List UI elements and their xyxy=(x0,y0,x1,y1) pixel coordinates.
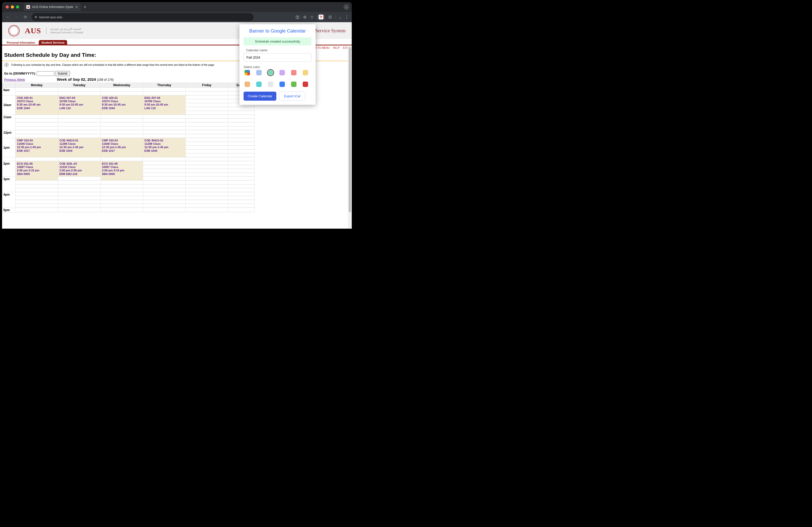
browser-titlebar: ◆ AUS Online Information Syste ✕ + ⌄ xyxy=(2,2,352,12)
info-icon: i xyxy=(4,62,9,67)
time-9am: 9am xyxy=(2,88,15,95)
time-5pm: 5pm xyxy=(2,208,15,213)
new-tab-button[interactable]: + xyxy=(84,5,86,9)
aus-subtext: الجامعة الأميركية في الشارقة American Un… xyxy=(46,27,83,34)
reload-icon[interactable]: ⟳ xyxy=(23,15,28,20)
create-calendar-button[interactable]: Create Calendar xyxy=(244,92,276,101)
time-2pm: 2pm xyxy=(2,161,15,177)
export-ical-button[interactable]: Export iCal xyxy=(279,92,305,101)
color-grid xyxy=(244,70,311,87)
day-header-row: Monday Tuesday Wednesday Thursday Friday… xyxy=(2,83,255,88)
window-maximize[interactable] xyxy=(16,5,19,9)
time-10am: 10am xyxy=(3,103,11,107)
time-4pm: 4pm xyxy=(2,192,15,208)
time-11am: 11am xyxy=(2,115,15,130)
event-coe420l-tue[interactable]: COE 420L-0311532 Class2:00 pm-2:50 pmERB… xyxy=(58,161,100,177)
tab-student-services[interactable]: Student Services xyxy=(39,40,67,45)
extension-popup: Banner to Google Calendar Schedule creat… xyxy=(240,24,316,105)
event-eco201-mon[interactable]: ECO 201-0610087 Class2:00 pm-3:15 pmSBA … xyxy=(15,161,58,181)
tab-favicon: ◆ xyxy=(26,5,30,9)
submit-button[interactable]: Submit xyxy=(55,71,70,76)
help-link[interactable]: HELP xyxy=(333,46,339,49)
aus-wordmark: AUS xyxy=(25,26,41,35)
color-swatch-8[interactable] xyxy=(268,81,273,87)
downloads-icon[interactable]: ↓ xyxy=(339,15,342,19)
event-coe49413-tue[interactable]: COE 49413-0111288 Class12:30 pm-1:45 pmE… xyxy=(58,138,100,157)
success-banner: Schedule created successfully xyxy=(244,37,311,45)
tab-title: AUS Online Information Syste xyxy=(32,5,73,9)
window-minimize[interactable] xyxy=(11,5,14,9)
aus-seal-logo xyxy=(8,25,20,36)
browser-tab[interactable]: ◆ AUS Online Information Syste ✕ xyxy=(24,3,81,11)
time-12pm: 12pm xyxy=(2,130,15,138)
event-cmp333-mon[interactable]: CMP 333-0311606 Class12:30 pm-1:45 pmESB… xyxy=(15,138,58,157)
color-swatch-9[interactable] xyxy=(279,81,285,87)
goto-date-input[interactable] xyxy=(37,71,54,76)
event-coe420-wed[interactable]: COE 420-0110372 Class9:30 am-10:45 amESB… xyxy=(100,95,143,115)
url-bar[interactable]: ⚙ banner.aus.edu xyxy=(31,13,253,21)
event-eng207-tue[interactable]: ENG 207-0410780 Class9:30 am-10:45 amLAN… xyxy=(58,95,100,115)
color-swatch-5[interactable] xyxy=(303,70,308,75)
calendar-name-input[interactable] xyxy=(244,53,311,62)
goto-label: Go to (DD/MM/YYYY): xyxy=(4,72,36,75)
bookmark-star-icon[interactable]: ☆ xyxy=(310,15,314,19)
color-swatch-7[interactable] xyxy=(256,81,262,87)
day-friday: Friday xyxy=(186,83,228,88)
event-coe420-mon[interactable]: COE 420-0110372 Class9:30 am-10:45 amESB… xyxy=(15,95,58,115)
tab-overflow-icon[interactable]: ⌄ xyxy=(344,4,349,10)
color-swatch-4[interactable] xyxy=(291,70,296,75)
schedule-table: Monday Tuesday Wednesday Thursday Friday… xyxy=(2,82,255,213)
url-text: banner.aus.edu xyxy=(39,15,62,19)
time-1pm: 1pm xyxy=(3,146,10,149)
browser-toolbar: ← → ⟳ ⚙ banner.aus.edu ⚿ ⊖ ☆ 📅 ⊡ ↓ ⋮ xyxy=(2,12,352,22)
window-close[interactable] xyxy=(6,5,9,9)
color-swatch-0[interactable] xyxy=(245,70,250,75)
event-coe49413-thu[interactable]: COE 49413-0111288 Class12:30 pm-1:45 pmE… xyxy=(143,138,186,157)
select-color-label: Select color: xyxy=(244,65,311,69)
back-icon[interactable]: ← xyxy=(5,15,10,19)
day-tuesday: Tuesday xyxy=(58,83,100,88)
day-monday: Monday xyxy=(15,83,58,88)
service-system-title: f-Service System xyxy=(312,28,346,33)
color-swatch-3[interactable] xyxy=(279,70,285,75)
color-swatch-10[interactable] xyxy=(291,81,296,87)
previous-week-link[interactable]: Previous Week xyxy=(4,78,25,81)
zoom-icon[interactable]: ⊖ xyxy=(303,15,307,19)
browser-menu-icon[interactable]: ⋮ xyxy=(345,15,349,19)
event-eng207-thu[interactable]: ENG 207-0410780 Class9:30 am-10:45 amLAN… xyxy=(143,95,186,115)
day-wednesday: Wednesday xyxy=(100,83,143,88)
color-swatch-2[interactable] xyxy=(268,70,273,75)
color-swatch-6[interactable] xyxy=(245,81,250,87)
page-scrollbar[interactable] xyxy=(348,46,352,229)
extensions-puzzle-icon[interactable]: ⊡ xyxy=(329,15,332,19)
close-tab-icon[interactable]: ✕ xyxy=(75,5,78,9)
site-settings-icon[interactable]: ⚙ xyxy=(34,15,37,19)
week-counter: (159 of 174) xyxy=(97,78,114,81)
help-text: Following is your schedule by day and ti… xyxy=(11,63,215,66)
extension-title: Banner to Google Calendar xyxy=(244,28,311,34)
extension-icon-active[interactable]: 📅 xyxy=(317,14,325,20)
color-swatch-11[interactable] xyxy=(303,81,308,87)
forward-icon[interactable]: → xyxy=(14,15,19,19)
event-eco201-wed[interactable]: ECO 201-0610087 Class2:00 pm-3:15 pmSBA … xyxy=(100,161,143,181)
color-swatch-1[interactable] xyxy=(256,70,262,75)
time-3pm: 3pm xyxy=(2,177,15,192)
calendar-name-label: Calendar name xyxy=(246,48,311,52)
password-key-icon[interactable]: ⚿ xyxy=(296,15,300,19)
event-cmp333-wed[interactable]: CMP 333-0311606 Class12:30 pm-1:45 pmESB… xyxy=(100,138,143,157)
tab-personal-info[interactable]: Personal Information xyxy=(4,40,38,45)
week-title: Week of Sep 02, 2024 xyxy=(57,77,96,81)
day-thursday: Thursday xyxy=(143,83,186,88)
